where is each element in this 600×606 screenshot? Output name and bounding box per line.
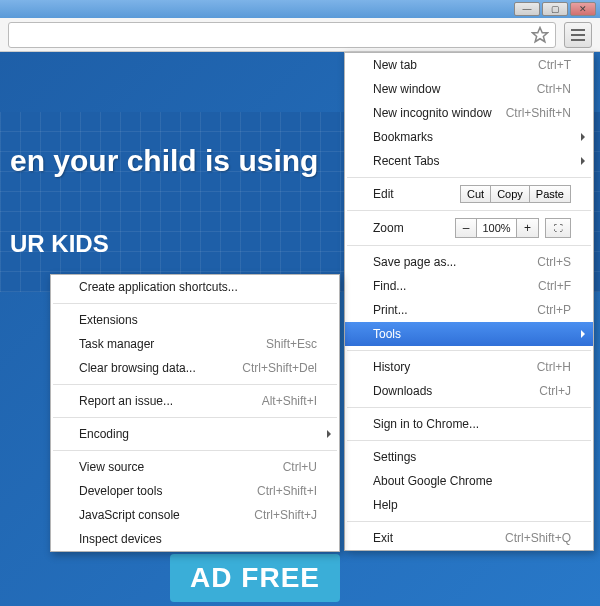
- menu-about[interactable]: About Google Chrome: [345, 469, 593, 493]
- menu-task-manager[interactable]: Task managerShift+Esc: [51, 332, 339, 356]
- omnibox[interactable]: [8, 22, 556, 48]
- window-titlebar: — ▢ ✕: [0, 0, 600, 18]
- zoom-out-button[interactable]: –: [455, 218, 477, 238]
- paste-button[interactable]: Paste: [530, 185, 571, 203]
- menu-report-issue[interactable]: Report an issue...Alt+Shift+I: [51, 389, 339, 413]
- menu-history[interactable]: HistoryCtrl+H: [345, 355, 593, 379]
- menu-separator: [347, 210, 591, 211]
- page-headline: en your child is using: [10, 144, 318, 178]
- menu-clear-data[interactable]: Clear browsing data...Ctrl+Shift+Del: [51, 356, 339, 380]
- download-button[interactable]: AD FREE: [170, 554, 340, 602]
- menu-find[interactable]: Find...Ctrl+F: [345, 274, 593, 298]
- menu-bookmarks[interactable]: Bookmarks: [345, 125, 593, 149]
- menu-separator: [347, 440, 591, 441]
- menu-create-shortcuts[interactable]: Create application shortcuts...: [51, 275, 339, 299]
- chevron-right-icon: [581, 330, 585, 338]
- menu-new-window[interactable]: New windowCtrl+N: [345, 77, 593, 101]
- copy-button[interactable]: Copy: [491, 185, 530, 203]
- menu-new-incognito[interactable]: New incognito windowCtrl+Shift+N: [345, 101, 593, 125]
- menu-separator: [53, 417, 337, 418]
- menu-view-source[interactable]: View sourceCtrl+U: [51, 455, 339, 479]
- menu-separator: [347, 521, 591, 522]
- maximize-button[interactable]: ▢: [542, 2, 568, 16]
- menu-edit-row: Edit Cut Copy Paste: [345, 182, 593, 206]
- chrome-menu-button[interactable]: [564, 22, 592, 48]
- menu-signin[interactable]: Sign in to Chrome...: [345, 412, 593, 436]
- menu-separator: [53, 303, 337, 304]
- menu-downloads[interactable]: DownloadsCtrl+J: [345, 379, 593, 403]
- chrome-main-menu: New tabCtrl+T New windowCtrl+N New incog…: [344, 52, 594, 551]
- close-button[interactable]: ✕: [570, 2, 596, 16]
- bookmark-star-icon[interactable]: [531, 26, 549, 44]
- menu-tools[interactable]: Tools: [345, 322, 593, 346]
- browser-toolbar: [0, 18, 600, 52]
- menu-encoding[interactable]: Encoding: [51, 422, 339, 446]
- menu-zoom-row: Zoom – 100% + ⛶: [345, 215, 593, 241]
- menu-extensions[interactable]: Extensions: [51, 308, 339, 332]
- menu-dev-tools[interactable]: Developer toolsCtrl+Shift+I: [51, 479, 339, 503]
- menu-separator: [53, 384, 337, 385]
- chevron-right-icon: [581, 157, 585, 165]
- zoom-in-button[interactable]: +: [517, 218, 539, 238]
- menu-settings[interactable]: Settings: [345, 445, 593, 469]
- menu-recent-tabs[interactable]: Recent Tabs: [345, 149, 593, 173]
- page-subheadline: UR KIDS: [10, 230, 109, 258]
- menu-new-tab[interactable]: New tabCtrl+T: [345, 53, 593, 77]
- menu-separator: [347, 350, 591, 351]
- menu-exit[interactable]: ExitCtrl+Shift+Q: [345, 526, 593, 550]
- menu-separator: [53, 450, 337, 451]
- cut-button[interactable]: Cut: [460, 185, 491, 203]
- menu-separator: [347, 245, 591, 246]
- menu-edit-label: Edit: [373, 187, 460, 201]
- fullscreen-button[interactable]: ⛶: [545, 218, 571, 238]
- chevron-right-icon: [327, 430, 331, 438]
- chevron-right-icon: [581, 133, 585, 141]
- minimize-button[interactable]: —: [514, 2, 540, 16]
- zoom-value: 100%: [477, 218, 517, 238]
- menu-zoom-label: Zoom: [373, 221, 455, 235]
- menu-js-console[interactable]: JavaScript consoleCtrl+Shift+J: [51, 503, 339, 527]
- menu-separator: [347, 177, 591, 178]
- menu-help[interactable]: Help: [345, 493, 593, 517]
- tools-submenu: Create application shortcuts... Extensio…: [50, 274, 340, 552]
- menu-save-as[interactable]: Save page as...Ctrl+S: [345, 250, 593, 274]
- menu-print[interactable]: Print...Ctrl+P: [345, 298, 593, 322]
- menu-separator: [347, 407, 591, 408]
- menu-inspect-devices[interactable]: Inspect devices: [51, 527, 339, 551]
- svg-marker-0: [533, 27, 548, 41]
